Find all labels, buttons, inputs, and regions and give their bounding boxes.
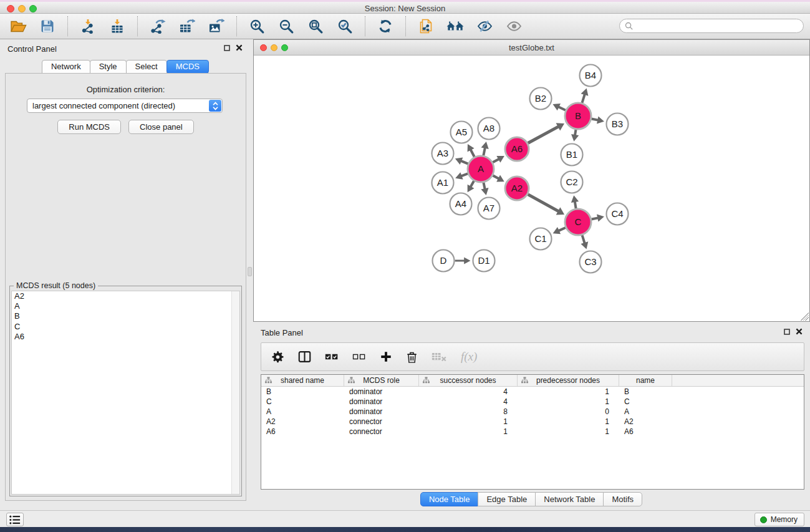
float-panel-icon[interactable] — [784, 329, 790, 335]
column-header-mcds-role[interactable]: MCDS role — [344, 375, 419, 386]
graph-node-C[interactable]: C — [565, 209, 591, 235]
graph-edge-A2-C[interactable] — [528, 195, 565, 215]
column-header-predecessor-nodes[interactable]: predecessor nodes — [518, 375, 619, 386]
table-row[interactable]: A2connector11A2 — [261, 417, 804, 427]
save-session-button[interactable] — [38, 17, 57, 36]
graph-node-A[interactable]: A — [468, 156, 494, 182]
graph-edge-A-A5[interactable] — [468, 144, 475, 157]
panel-splitter-handle[interactable] — [248, 267, 252, 276]
graph-node-C2[interactable]: C2 — [561, 172, 583, 193]
graph-edge-A-A6[interactable] — [493, 156, 504, 163]
export-table-button[interactable] — [178, 17, 196, 36]
mcds-result-item[interactable]: B — [12, 311, 239, 321]
tab-select[interactable]: Select — [126, 60, 167, 74]
table-settings-button[interactable] — [271, 351, 284, 364]
mcds-result-item[interactable]: A6 — [12, 332, 239, 342]
graph-edge-C-C3[interactable] — [581, 235, 588, 249]
graph-node-D1[interactable]: D1 — [473, 250, 495, 272]
mcds-result-item[interactable]: A — [12, 301, 239, 311]
open-file-button[interactable] — [9, 17, 27, 36]
graph-node-C3[interactable]: C3 — [580, 251, 602, 273]
memory-button[interactable]: Memory — [755, 513, 804, 526]
first-neighbors-button[interactable] — [446, 17, 465, 36]
graph-node-A1[interactable]: A1 — [432, 172, 454, 194]
graph-node-B2[interactable]: B2 — [530, 88, 552, 110]
graph-node-C4[interactable]: C4 — [607, 203, 629, 225]
close-panel-icon[interactable] — [236, 44, 243, 51]
tab-edge-table[interactable]: Edge Table — [478, 492, 536, 506]
graph-edge-B-B2[interactable] — [552, 104, 566, 110]
graph-edge-A-A2[interactable] — [493, 175, 504, 182]
table-row[interactable]: Bdominator41B — [261, 387, 804, 397]
graph-edge-A-A4[interactable] — [468, 181, 475, 192]
graph-node-C1[interactable]: C1 — [530, 228, 552, 250]
zoom-in-button[interactable] — [248, 17, 266, 36]
export-image-button[interactable] — [207, 17, 226, 36]
delete-column-button[interactable] — [406, 351, 418, 364]
table-row[interactable]: Adominator80A — [261, 407, 804, 417]
close-panel-icon[interactable] — [796, 328, 803, 335]
session-tasks-button[interactable] — [6, 513, 24, 526]
close-panel-button[interactable]: Close panel — [128, 120, 194, 134]
graph-edge-C-C2[interactable] — [571, 195, 579, 208]
select-all-rows-button[interactable] — [325, 352, 339, 362]
mcds-result-item[interactable]: C — [12, 322, 239, 332]
tab-mcds[interactable]: MCDS — [166, 60, 209, 74]
refresh-view-button[interactable] — [376, 17, 395, 36]
column-header-name[interactable]: name — [619, 375, 672, 386]
graph-node-B1[interactable]: B1 — [561, 144, 583, 166]
table-row[interactable]: A6connector11A6 — [261, 427, 804, 437]
import-table-button[interactable] — [108, 17, 127, 36]
optimization-criterion-dropdown[interactable]: largest connected component (directed) — [27, 99, 223, 113]
graph-edge-C-C1[interactable] — [553, 227, 566, 234]
show-all-button[interactable] — [504, 17, 523, 36]
hide-selected-button[interactable] — [475, 17, 494, 36]
graph-edge-A-A3[interactable] — [455, 158, 468, 165]
graph-edge-B-B3[interactable] — [592, 116, 604, 123]
graph-node-A8[interactable]: A8 — [478, 118, 500, 140]
deselect-all-rows-button[interactable] — [352, 352, 366, 362]
import-network-button[interactable] — [79, 17, 97, 36]
toggle-columns-button[interactable] — [298, 351, 311, 363]
tab-style[interactable]: Style — [90, 60, 127, 74]
graph-node-A6[interactable]: A6 — [505, 137, 529, 161]
graph-node-B4[interactable]: B4 — [580, 65, 602, 87]
window-resize-gripper[interactable] — [801, 312, 809, 321]
graph-edge-A-A8[interactable] — [481, 142, 489, 155]
float-panel-icon[interactable] — [224, 45, 230, 51]
graph-node-A3[interactable]: A3 — [432, 143, 454, 165]
graph-node-A2[interactable]: A2 — [505, 177, 529, 200]
tab-node-table[interactable]: Node Table — [420, 492, 479, 506]
export-network-button[interactable] — [148, 17, 167, 36]
graph-edge-A-A7[interactable] — [481, 183, 488, 195]
mcds-result-item[interactable]: A2 — [12, 291, 239, 301]
table-row[interactable]: Cdominator41C — [261, 397, 804, 407]
column-header-successor-nodes[interactable]: successor nodes — [419, 375, 518, 386]
zoom-selected-button[interactable] — [335, 17, 354, 36]
zoom-out-button[interactable] — [277, 17, 296, 36]
search-input[interactable] — [636, 20, 803, 32]
graph-node-B3[interactable]: B3 — [607, 114, 629, 135]
run-mcds-button[interactable]: Run MCDS — [57, 120, 121, 134]
graph-node-D[interactable]: D — [433, 250, 455, 272]
graph-edge-B-B1[interactable] — [571, 130, 579, 142]
new-network-from-selection-button[interactable] — [417, 17, 435, 36]
result-list-scrollbar[interactable] — [231, 291, 239, 494]
column-header-shared-name[interactable]: shared name — [261, 375, 344, 386]
graph-edge-D-D1[interactable] — [455, 258, 471, 264]
graph-edge-A-A1[interactable] — [455, 172, 468, 180]
search-field[interactable] — [619, 19, 804, 33]
graph-edge-C-C4[interactable] — [592, 214, 604, 221]
zoom-fit-button[interactable] — [306, 17, 325, 36]
network-canvas[interactable]: B4B2BB3A5A8A6B1A3AC2A1A2A4A7C4CC1DD1C3 — [254, 56, 809, 321]
graph-node-A4[interactable]: A4 — [450, 193, 472, 215]
graph-node-A5[interactable]: A5 — [451, 122, 473, 143]
graph-edge-B-B4[interactable] — [581, 89, 589, 103]
tab-motifs[interactable]: Motifs — [603, 492, 642, 506]
tab-network[interactable]: Network — [42, 60, 90, 74]
add-column-button[interactable] — [380, 351, 392, 363]
graph-edge-A6-B[interactable] — [528, 123, 564, 143]
tab-network-table[interactable]: Network Table — [535, 492, 604, 506]
graph-node-B[interactable]: B — [565, 103, 591, 129]
graph-node-A7[interactable]: A7 — [478, 198, 500, 220]
